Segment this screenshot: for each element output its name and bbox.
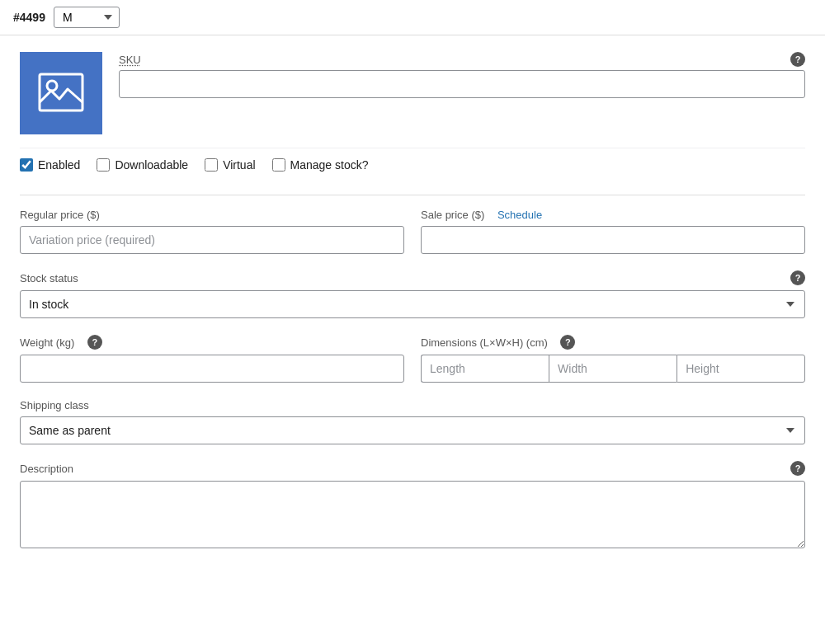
- schedule-link[interactable]: Schedule: [497, 209, 542, 221]
- enabled-label: Enabled: [38, 158, 80, 172]
- product-image-box[interactable]: [20, 52, 102, 134]
- virtual-label: Virtual: [223, 158, 255, 172]
- svg-point-1: [47, 81, 57, 91]
- header-bar: #4499 M S L XL: [0, 0, 825, 35]
- virtual-checkbox-item[interactable]: Virtual: [205, 158, 255, 172]
- shipping-class-select[interactable]: Same as parent No shipping class: [20, 416, 805, 444]
- weight-group: Weight (kg) ?: [20, 335, 404, 383]
- description-header: Description ?: [20, 461, 805, 476]
- svg-rect-0: [40, 74, 82, 110]
- regular-price-input[interactable]: [20, 226, 404, 254]
- description-textarea[interactable]: [20, 481, 805, 548]
- manage-stock-checkbox[interactable]: [272, 158, 285, 172]
- page-wrapper: #4499 M S L XL SKU: [0, 0, 825, 644]
- weight-help-icon[interactable]: ?: [87, 335, 102, 350]
- length-input[interactable]: [421, 355, 549, 383]
- downloadable-checkbox-item[interactable]: Downloadable: [97, 158, 188, 172]
- variation-id: #4499: [13, 11, 45, 24]
- dimensions-inputs: [421, 355, 805, 383]
- virtual-checkbox[interactable]: [205, 158, 218, 172]
- form-area: SKU ? Enabled Downloadable Virtual: [0, 35, 825, 565]
- top-section: SKU ?: [20, 52, 805, 134]
- sku-label: SKU: [119, 54, 141, 66]
- regular-price-label: Regular price ($): [20, 209, 404, 221]
- shipping-class-label: Shipping class: [20, 399, 805, 411]
- sale-price-input[interactable]: [421, 226, 805, 254]
- dimensions-label: Dimensions (L×W×H) (cm): [421, 336, 548, 349]
- stock-status-header: Stock status ?: [20, 270, 805, 285]
- sku-help-icon[interactable]: ?: [790, 52, 805, 67]
- enabled-checkbox[interactable]: [20, 158, 33, 172]
- weight-dims-row: Weight (kg) ? Dimensions (L×W×H) (cm) ?: [20, 335, 805, 383]
- manage-stock-checkbox-item[interactable]: Manage stock?: [272, 158, 369, 172]
- sale-price-label: Sale price ($): [421, 209, 484, 221]
- stock-status-help-icon[interactable]: ?: [790, 270, 805, 285]
- stock-status-row: Stock status ? In stock Out of stock On …: [20, 270, 805, 318]
- shipping-class-row: Shipping class Same as parent No shippin…: [20, 399, 805, 444]
- variation-select[interactable]: M S L XL: [54, 7, 120, 28]
- sku-header: SKU ?: [119, 52, 805, 67]
- sku-input[interactable]: [119, 70, 805, 98]
- regular-price-group: Regular price ($): [20, 209, 404, 254]
- downloadable-label: Downloadable: [115, 158, 188, 172]
- price-row: Regular price ($) Sale price ($) Schedul…: [20, 209, 805, 254]
- description-label: Description: [20, 463, 73, 475]
- description-row: Description ?: [20, 461, 805, 548]
- product-image-icon: [36, 68, 86, 120]
- checkboxes-row: Enabled Downloadable Virtual Manage stoc…: [20, 148, 805, 181]
- dimensions-label-row: Dimensions (L×W×H) (cm) ?: [421, 335, 805, 350]
- downloadable-checkbox[interactable]: [97, 158, 110, 172]
- enabled-checkbox-item[interactable]: Enabled: [20, 158, 80, 172]
- stock-status-label: Stock status: [20, 272, 78, 284]
- weight-label-row: Weight (kg) ?: [20, 335, 404, 350]
- weight-input[interactable]: [20, 355, 404, 383]
- weight-label: Weight (kg): [20, 336, 74, 349]
- dimensions-help-icon[interactable]: ?: [560, 335, 575, 350]
- manage-stock-label: Manage stock?: [290, 158, 369, 172]
- divider-1: [20, 195, 805, 195]
- sale-price-label-row: Sale price ($) Schedule: [421, 209, 805, 221]
- stock-status-select[interactable]: In stock Out of stock On backorder: [20, 290, 805, 318]
- height-input[interactable]: [676, 355, 805, 383]
- description-help-icon[interactable]: ?: [790, 461, 805, 476]
- dimensions-group: Dimensions (L×W×H) (cm) ?: [421, 335, 805, 383]
- sku-section: SKU ?: [119, 52, 805, 98]
- sale-price-group: Sale price ($) Schedule: [421, 209, 805, 254]
- width-input[interactable]: [549, 355, 676, 383]
